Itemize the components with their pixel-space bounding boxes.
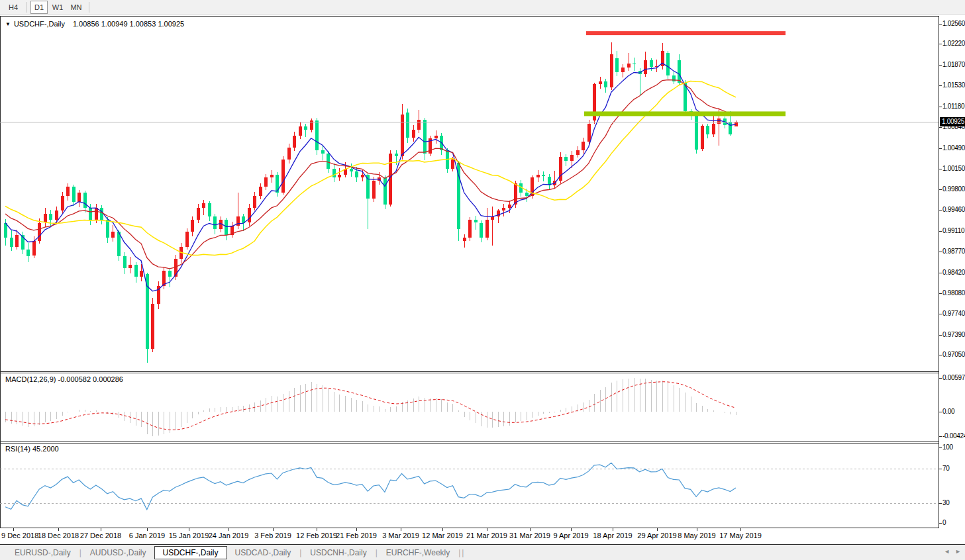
tab-scroll-right-icon[interactable]: ► <box>955 548 961 555</box>
scale-tick-label: 0.99800 <box>942 185 965 193</box>
date-tick-mark <box>317 528 317 531</box>
scale-tick-mark <box>939 436 942 437</box>
scale-tick-label: 0.98080 <box>942 289 965 297</box>
timeframe-button-w1[interactable]: W1 <box>49 1 66 14</box>
tab-separator: | <box>79 548 81 557</box>
toolbar-separator <box>26 2 26 13</box>
tab-separator: | <box>376 548 378 557</box>
date-tick-mark <box>442 528 443 531</box>
chart-tab-eurchf-weekly[interactable]: EURCHF-,Weekly <box>378 547 458 559</box>
chart-tab-usdcad-daily[interactable]: USDCAD-,Daily <box>227 547 299 559</box>
date-tick-mark <box>189 528 189 531</box>
toolbar-separator <box>89 2 89 13</box>
date-tick-mark <box>356 528 357 531</box>
scale-tick-label: 30 <box>942 499 965 506</box>
date-tick-mark <box>697 528 697 531</box>
date-tick-mark <box>487 528 487 531</box>
date-label: 31 Mar 2019 <box>509 532 550 539</box>
scale-tick-label: 0.98770 <box>942 248 965 255</box>
scale-tick-mark <box>939 469 942 469</box>
scale-tick-mark <box>939 503 942 504</box>
timeframe-toolbar: H4D1W1MN <box>0 0 965 15</box>
scale-tick-label: 70 <box>942 465 965 472</box>
scale-tick-label: 0.00597 <box>942 374 965 381</box>
macd-values: -0.000582 0.000286 <box>58 375 123 383</box>
scale-tick-mark <box>939 24 942 24</box>
scale-tick-label: 1.01870 <box>942 61 965 68</box>
scale-tick-mark <box>939 314 942 314</box>
tab-separator: | <box>462 548 464 557</box>
scale-tick-mark <box>939 127 942 128</box>
scale-tick-label: 0.00 <box>942 408 965 415</box>
scale-tick-mark <box>939 210 942 210</box>
rsi-value: 45.2000 <box>32 445 59 453</box>
main-panel-bottom-border <box>0 371 939 372</box>
date-tick-mark <box>13 528 14 531</box>
scale-tick-label: 0.97740 <box>942 310 965 317</box>
scale-tick-mark <box>939 355 942 355</box>
scale-tick-mark <box>939 189 942 190</box>
current-price-tag: 1.00925 <box>940 117 965 126</box>
chart-tab-usdcnh-daily[interactable]: USDCNH-,Daily <box>302 547 374 559</box>
date-label: 27 Dec 2018 <box>80 532 121 539</box>
scale-tick-label: 0.97390 <box>942 331 965 338</box>
date-label: 6 Jan 2019 <box>129 532 165 539</box>
scale-tick-label: 1.02220 <box>942 40 965 47</box>
date-label: 24 Jan 2019 <box>209 532 249 539</box>
macd-panel-bottom-border <box>0 442 939 442</box>
date-label: 9 Apr 2019 <box>553 532 588 539</box>
date-tick-mark <box>101 528 101 531</box>
date-label: 15 Jan 2019 <box>169 532 209 539</box>
date-tick-mark <box>401 528 401 531</box>
scale-tick-mark <box>939 65 942 66</box>
scale-tick-mark <box>939 447 942 448</box>
date-label: 3 Mar 2019 <box>382 532 419 539</box>
scale-tick-mark <box>939 252 942 252</box>
rsi-label: RSI(14) 45.2000 <box>5 445 59 453</box>
date-label: 12 Feb 2019 <box>296 532 337 539</box>
rsi-plot[interactable] <box>0 443 939 528</box>
macd-plot[interactable] <box>0 373 939 442</box>
symbol-dropdown-icon[interactable]: ▼ <box>5 21 11 27</box>
chart-symbol-label: USDCHF-,Daily <box>14 20 65 28</box>
scale-tick-label: -0.00424 <box>942 432 965 440</box>
timeframe-button-mn[interactable]: MN <box>68 1 85 14</box>
chart-right-border <box>939 16 939 528</box>
scale-tick-label: 1.01180 <box>942 103 965 110</box>
date-label: 8 May 2019 <box>678 532 715 539</box>
date-tick-mark <box>657 528 658 531</box>
date-label: 9 Dec 2018 <box>1 532 38 539</box>
scale-tick-mark <box>939 148 942 149</box>
scale-tick-label: 1.00490 <box>942 144 965 152</box>
scale-tick-label: 1.00150 <box>942 165 965 172</box>
date-label: 3 Feb 2019 <box>254 532 291 539</box>
date-tick-mark <box>530 528 531 531</box>
date-tick-mark <box>147 528 148 531</box>
timeframe-button-d1[interactable]: D1 <box>30 1 48 14</box>
chart-tab-audusd-daily[interactable]: AUDUSD-,Daily <box>82 547 154 559</box>
chart-title[interactable]: ▼USDCHF-,Daily1.00856 1.00949 1.00853 1.… <box>5 20 184 28</box>
date-label: 18 Dec 2018 <box>38 532 79 539</box>
scale-tick-label: 0.97050 <box>942 351 965 358</box>
candlestick-plot[interactable] <box>0 17 939 371</box>
trading-terminal-window: H4D1W1MN ▼USDCHF-,Daily1.00856 1.00949 1… <box>0 0 965 560</box>
scale-tick-label: 0.99460 <box>942 206 965 213</box>
chart-tab-eurusd-daily[interactable]: EURUSD-,Daily <box>7 547 79 559</box>
scale-tick-mark <box>939 273 942 273</box>
date-tick-mark <box>613 528 613 531</box>
date-tick-mark <box>58 528 59 531</box>
scale-tick-mark <box>939 85 942 86</box>
date-label: 18 Apr 2019 <box>593 532 632 539</box>
chart-tab-usdchf-daily[interactable]: USDCHF-,Daily <box>154 546 227 559</box>
date-axis[interactable]: 9 Dec 201818 Dec 201827 Dec 20186 Jan 20… <box>0 528 965 544</box>
scale-tick-label: 1.01530 <box>942 81 965 89</box>
scale-tick-mark <box>939 412 942 412</box>
chart-tab-bar: EURUSD-,Daily|AUDUSD-,DailyUSDCHF-,Daily… <box>0 544 965 560</box>
date-label: 21 Mar 2019 <box>466 532 507 539</box>
date-tick-mark <box>740 528 741 531</box>
tab-scroll-left-icon[interactable]: ◄ <box>944 548 950 555</box>
timeframe-button-h4[interactable]: H4 <box>5 1 22 14</box>
scale-tick-mark <box>939 378 942 379</box>
date-label: 12 Mar 2019 <box>422 532 463 539</box>
scale-tick-label: 100 <box>942 443 965 451</box>
